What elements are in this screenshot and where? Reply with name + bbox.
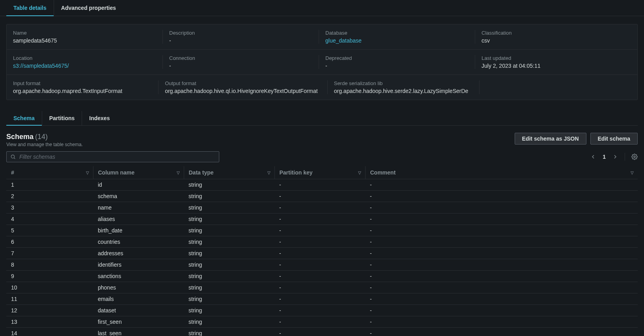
tab-partitions[interactable]: Partitions [42,111,82,125]
field-last-updated: Last updated July 2, 2023 at 04:05:11 [475,55,631,69]
tab-schema[interactable]: Schema [6,111,42,125]
cell-n: 11 [6,293,93,305]
search-wrap [6,151,219,162]
value: org.apache.hadoop.hive.serde2.lazy.LazyS… [334,88,470,94]
table-row[interactable]: 5birth_datestring-- [6,225,638,236]
schema-count: (14) [35,133,48,141]
table-row[interactable]: 9sanctionsstring-- [6,271,638,282]
cell-type: string [184,259,274,271]
details-row-3: Input format org.apache.hadoop.mapred.Te… [7,74,637,100]
sort-icon[interactable]: ▽ [631,171,634,175]
cell-type: string [184,225,274,236]
cell-part: - [274,259,365,271]
cell-comment: - [365,202,638,213]
cell-n: 6 [6,236,93,248]
col-header-type[interactable]: Data type ▽ [184,166,274,179]
filter-schemas-input[interactable] [6,151,219,162]
sort-icon[interactable]: ▽ [177,171,180,175]
value: - [169,63,309,69]
table-row[interactable]: 6countriesstring-- [6,236,638,248]
cell-part: - [274,179,365,191]
cell-name: dataset [93,305,184,316]
cell-n: 3 [6,202,93,213]
value: - [325,63,465,69]
edit-schema-button[interactable]: Edit schema [590,133,638,145]
label: Last updated [482,55,622,61]
cell-type: string [184,282,274,293]
label: Description [169,30,309,36]
details-row-1: Name sampledata54675 Description - Datab… [7,24,637,49]
field-classification: Classification csv [475,30,631,44]
field-output-format: Output format org.apache.hadoop.hive.ql.… [159,80,328,94]
table-row[interactable]: 7addressesstring-- [6,248,638,259]
cell-part: - [274,225,365,236]
schema-subtitle: View and manage the table schema. [6,142,83,147]
value: July 2, 2023 at 04:05:11 [482,63,622,69]
cell-name: id [93,179,184,191]
cell-comment: - [365,259,638,271]
cell-n: 1 [6,179,93,191]
gear-icon [631,154,638,160]
cell-type: string [184,202,274,213]
cell-n: 14 [6,328,93,336]
cell-type: string [184,213,274,225]
col-header-name[interactable]: Column name ▽ [93,166,184,179]
col-header-comment[interactable]: Comment ▽ [365,166,638,179]
table-row[interactable]: 12datasetstring-- [6,305,638,316]
field-serde: Serde serialization lib org.apache.hadoo… [328,80,480,94]
cell-comment: - [365,179,638,191]
settings-button[interactable] [631,154,638,160]
label: Output format [165,80,318,86]
table-row[interactable]: 14last_seenstring-- [6,328,638,336]
cell-n: 10 [6,282,93,293]
table-row[interactable]: 3namestring-- [6,202,638,213]
cell-n: 4 [6,213,93,225]
cell-type: string [184,179,274,191]
cell-type: string [184,293,274,305]
cell-name: schema [93,191,184,202]
cell-type: string [184,236,274,248]
cell-name: name [93,202,184,213]
table-row[interactable]: 1idstring-- [6,179,638,191]
prev-page-button[interactable] [590,154,596,160]
table-row[interactable]: 10phonesstring-- [6,282,638,293]
tab-advanced-properties[interactable]: Advanced properties [54,0,123,16]
cell-n: 13 [6,316,93,328]
cell-part: - [274,282,365,293]
edit-schema-json-button[interactable]: Edit schema as JSON [515,133,586,145]
cell-n: 9 [6,271,93,282]
cell-part: - [274,271,365,282]
table-row[interactable]: 4aliasesstring-- [6,213,638,225]
sort-icon[interactable]: ▽ [267,171,271,175]
tab-table-details[interactable]: Table details [6,0,54,16]
table-row[interactable]: 11emailsstring-- [6,293,638,305]
next-page-button[interactable] [612,154,618,160]
location-link[interactable]: s3://sampledata54675/ [13,63,153,69]
search-icon [10,154,16,160]
table-details-panel: Name sampledata54675 Description - Datab… [6,24,638,100]
cell-name: addresses [93,248,184,259]
cell-comment: - [365,236,638,248]
cell-part: - [274,213,365,225]
cell-part: - [274,305,365,316]
col-header-label: Data type [189,169,214,176]
cell-comment: - [365,225,638,236]
value: csv [482,37,622,44]
col-header-number[interactable]: # ▽ [6,166,93,179]
table-row[interactable]: 13first_seenstring-- [6,316,638,328]
table-row[interactable]: 2schemastring-- [6,191,638,202]
tab-indexes[interactable]: Indexes [82,111,117,125]
table-row[interactable]: 8identifiersstring-- [6,259,638,271]
table-header-row: # ▽ Column name ▽ Data type ▽ Partition … [6,166,638,179]
sort-icon[interactable]: ▽ [358,171,361,175]
col-header-label: # [11,169,14,176]
field-location: Location s3://sampledata54675/ [13,55,163,69]
col-header-partition[interactable]: Partition key ▽ [274,166,365,179]
schema-title: Schema [6,133,34,141]
sub-tabs: Schema Partitions Indexes [6,111,638,126]
schema-table: # ▽ Column name ▽ Data type ▽ Partition … [6,166,638,336]
sort-icon[interactable]: ▽ [86,171,89,175]
top-tabs: Table details Advanced properties [0,0,644,16]
database-link[interactable]: glue_database [325,37,465,44]
details-row-2: Location s3://sampledata54675/ Connectio… [7,49,637,74]
